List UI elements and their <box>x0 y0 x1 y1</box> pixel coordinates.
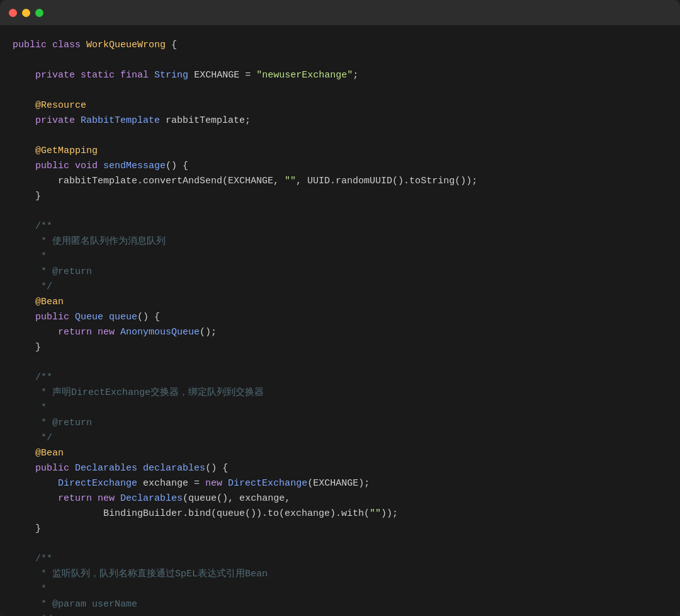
maximize-button[interactable] <box>35 9 43 17</box>
traffic-lights <box>9 9 43 17</box>
minimize-button[interactable] <box>22 9 30 17</box>
code-editor-window: public class WorkQueueWrong { private st… <box>0 0 680 616</box>
code-content: public class WorkQueueWrong { private st… <box>0 25 680 616</box>
title-bar <box>0 0 680 25</box>
close-button[interactable] <box>9 9 17 17</box>
